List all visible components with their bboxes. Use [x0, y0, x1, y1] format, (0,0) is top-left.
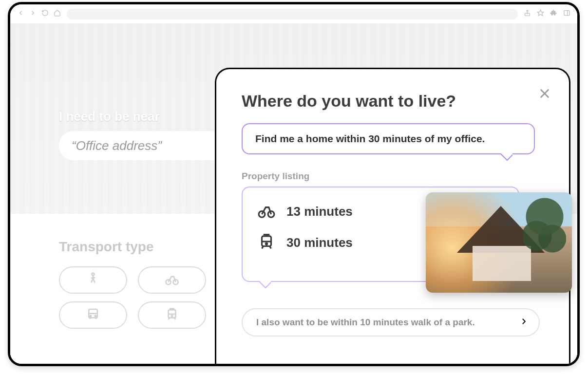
- svg-point-15: [171, 316, 173, 317]
- reload-icon[interactable]: [41, 9, 49, 19]
- user-message-text: Find me a home within 30 minutes of my o…: [255, 133, 521, 145]
- transport-walk[interactable]: [59, 266, 127, 294]
- tram-icon: [257, 232, 276, 253]
- svg-marker-1: [537, 10, 544, 16]
- panel-icon[interactable]: [563, 9, 570, 19]
- tram-icon: [165, 307, 179, 323]
- chevron-right-icon: [519, 317, 528, 328]
- share-icon[interactable]: [524, 9, 531, 19]
- svg-point-25: [266, 243, 267, 244]
- svg-rect-2: [564, 11, 569, 16]
- svg-point-4: [92, 273, 95, 276]
- travel-tram-value: 30 minutes: [286, 235, 353, 250]
- url-field[interactable]: [67, 9, 518, 19]
- bike-icon: [165, 272, 179, 288]
- page: I need to be near “Office address” Trans…: [10, 24, 577, 364]
- home-icon[interactable]: [54, 9, 61, 19]
- suggestion-text: I also want to be within 10 minutes walk…: [256, 317, 475, 328]
- travel-bike-value: 13 minutes: [286, 204, 353, 219]
- close-button[interactable]: [538, 87, 551, 100]
- svg-point-9: [90, 316, 92, 317]
- svg-point-10: [95, 316, 96, 317]
- search-modal: Where do you want to live? Find me a hom…: [215, 68, 570, 364]
- user-message-bubble: Find me a home within 30 minutes of my o…: [242, 123, 535, 154]
- listing-bubble: 13 minutes 30 minutes: [242, 187, 519, 282]
- walk-icon: [86, 272, 100, 288]
- transport-tram[interactable]: [138, 301, 206, 329]
- transport-bus[interactable]: [59, 301, 127, 329]
- listing-image[interactable]: [426, 192, 572, 293]
- svg-point-21: [259, 211, 265, 218]
- search-placeholder: “Office address”: [72, 138, 162, 153]
- close-icon: [538, 94, 551, 102]
- forward-icon[interactable]: [29, 9, 37, 19]
- listing-label: Property listing: [242, 171, 544, 182]
- bus-icon: [86, 307, 100, 323]
- bike-icon: [257, 201, 276, 222]
- back-icon[interactable]: [17, 9, 24, 19]
- browser-window: I need to be near “Office address” Trans…: [8, 2, 580, 366]
- transport-bike[interactable]: [138, 266, 206, 294]
- modal-title: Where do you want to live?: [242, 92, 544, 111]
- extensions-icon[interactable]: [550, 9, 557, 19]
- browser-toolbar: [10, 4, 577, 24]
- transport-title: Transport type: [59, 239, 206, 255]
- star-icon[interactable]: [537, 9, 544, 19]
- transport-options: [59, 266, 206, 329]
- suggestion-pill[interactable]: I also want to be within 10 minutes walk…: [242, 308, 540, 337]
